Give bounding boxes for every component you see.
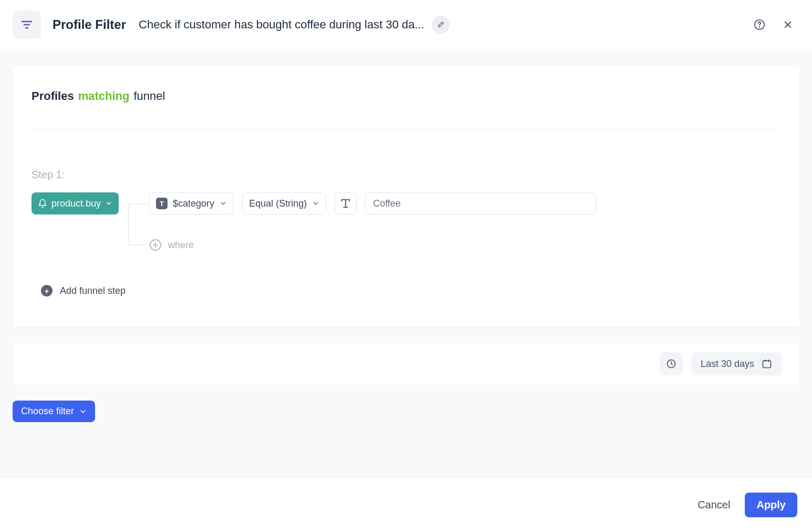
text-icon bbox=[340, 198, 351, 209]
conditions: T $category Equal (String) bbox=[149, 192, 596, 252]
filter-icon bbox=[13, 11, 41, 39]
page-title: Profile Filter bbox=[53, 17, 126, 32]
condition-row: T $category Equal (String) bbox=[149, 192, 596, 214]
chevron-down-icon bbox=[312, 200, 319, 207]
plus-icon: + bbox=[41, 285, 53, 296]
heading-profiles: Profiles bbox=[32, 89, 74, 103]
help-button[interactable] bbox=[750, 15, 769, 34]
chevron-down-icon bbox=[105, 200, 112, 207]
text-type-badge: T bbox=[156, 198, 168, 209]
time-card: Last 30 days bbox=[13, 343, 799, 385]
operator-name: Equal (String) bbox=[249, 198, 307, 209]
value-input[interactable] bbox=[365, 192, 596, 214]
funnel-card: Profiles matching funnel Step 1: product… bbox=[13, 66, 799, 327]
date-range-label: Last 30 days bbox=[701, 359, 754, 370]
close-icon bbox=[783, 20, 793, 29]
heading-matching[interactable]: matching bbox=[78, 89, 130, 103]
edit-description-button[interactable] bbox=[432, 16, 450, 34]
event-name: product.buy bbox=[51, 198, 101, 209]
value-type-button[interactable] bbox=[335, 192, 357, 214]
where-label: where bbox=[168, 240, 194, 251]
heading-funnel: funnel bbox=[134, 89, 165, 103]
operator-selector[interactable]: Equal (String) bbox=[242, 192, 326, 214]
field-name: $category bbox=[173, 198, 214, 209]
cancel-button[interactable]: Cancel bbox=[698, 499, 730, 511]
event-selector[interactable]: product.buy bbox=[32, 192, 119, 214]
step-row: product.buy T $category bbox=[32, 192, 780, 252]
plus-circle-icon bbox=[149, 239, 162, 251]
help-icon bbox=[754, 19, 765, 30]
apply-button[interactable]: Apply bbox=[745, 493, 797, 517]
chevron-down-icon bbox=[220, 200, 227, 207]
workspace: Profiles matching funnel Step 1: product… bbox=[0, 49, 812, 477]
add-where-button[interactable]: where bbox=[149, 238, 596, 252]
filter-description: Check if customer has bought coffee duri… bbox=[139, 18, 424, 32]
connector bbox=[128, 192, 149, 252]
svg-rect-13 bbox=[763, 361, 771, 367]
close-button[interactable] bbox=[778, 15, 797, 34]
add-step-label: Add funnel step bbox=[60, 285, 126, 296]
svg-point-4 bbox=[759, 27, 760, 27]
bell-icon bbox=[38, 199, 47, 208]
footer: Cancel Apply bbox=[0, 477, 812, 532]
date-range-button[interactable]: Last 30 days bbox=[691, 352, 782, 375]
choose-filter-label: Choose filter bbox=[21, 406, 74, 417]
header: Profile Filter Check if customer has bou… bbox=[0, 0, 812, 49]
chevron-down-icon bbox=[79, 408, 87, 415]
step-label: Step 1: bbox=[32, 169, 780, 181]
section-heading: Profiles matching funnel bbox=[32, 89, 780, 130]
time-mode-button[interactable] bbox=[660, 352, 683, 375]
clock-icon bbox=[666, 359, 676, 369]
calendar-icon bbox=[762, 359, 772, 369]
add-funnel-step-button[interactable]: + Add funnel step bbox=[41, 285, 126, 296]
field-selector[interactable]: T $category bbox=[149, 192, 234, 214]
choose-filter-button[interactable]: Choose filter bbox=[13, 401, 95, 422]
pencil-icon bbox=[437, 21, 444, 28]
